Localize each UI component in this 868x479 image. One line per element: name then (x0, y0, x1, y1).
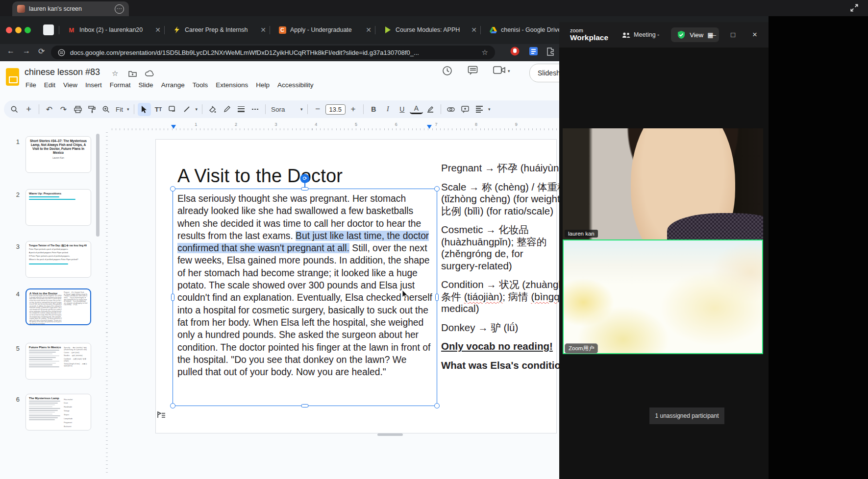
insert-comment-icon[interactable] (459, 103, 472, 116)
url-text[interactable]: docs.google.com/presentation/d/1SD5LBb9L… (70, 49, 477, 56)
resize-handle-top[interactable] (301, 187, 309, 191)
select-tool-icon[interactable] (138, 103, 151, 116)
paint-format-icon[interactable] (85, 103, 99, 116)
tab-close-icon[interactable]: ✕ (260, 26, 266, 34)
slide-thumbnail-3[interactable]: Tongue Twister of The Day: 绕口令 rao kou l… (25, 241, 91, 278)
print-icon[interactable] (71, 103, 84, 116)
tab-close-icon[interactable]: ✕ (155, 26, 161, 34)
fill-color-icon[interactable] (206, 103, 219, 116)
adblock-extension-icon[interactable] (510, 46, 520, 56)
meet-dropdown-icon[interactable]: ▾ (508, 69, 519, 79)
resize-handle-right[interactable] (435, 294, 439, 301)
story-text-body[interactable]: Elsa seriously thought she was pregnant.… (177, 192, 433, 378)
version-history-icon[interactable] (442, 66, 453, 76)
underline-icon[interactable]: U (396, 103, 409, 116)
border-weight-icon[interactable] (234, 103, 248, 116)
font-caret-icon[interactable]: ▾ (299, 107, 304, 112)
fit-caret-icon[interactable]: ▾ (126, 107, 130, 112)
slide-thumbnail-4[interactable]: A Visit to the DoctorElsa seriously thou… (25, 288, 91, 325)
bold-icon[interactable]: B (367, 103, 380, 116)
border-color-icon[interactable] (220, 103, 233, 116)
slide-thumbnail-2[interactable]: Warm Up: Prepositions (25, 189, 91, 226)
highlight-color-icon[interactable] (424, 103, 437, 116)
menu-file[interactable]: File (22, 80, 40, 90)
border-dash-icon[interactable] (248, 103, 262, 116)
italic-icon[interactable]: I (381, 103, 395, 116)
menu-edit[interactable]: Edit (40, 80, 59, 90)
right-indent-marker[interactable] (427, 125, 432, 129)
resize-handle-bottom[interactable] (301, 404, 309, 407)
collapse-view-icon[interactable] (849, 3, 859, 13)
insert-shape-icon[interactable] (166, 103, 179, 116)
meeting-tab[interactable]: Meeting - (622, 31, 659, 38)
undo-icon[interactable]: ↶ (43, 103, 56, 116)
tab-close-icon[interactable]: ✕ (471, 26, 477, 34)
extensions-puzzle-icon[interactable] (546, 47, 555, 56)
zoom-maximize-icon[interactable]: □ (731, 30, 735, 40)
slide-title[interactable]: A Visit to the Doctor (177, 166, 343, 187)
reload-icon[interactable]: ⟳ (38, 47, 45, 56)
pinned-tab[interactable] (43, 24, 54, 35)
participant-video-zoom-user[interactable] (563, 240, 763, 354)
zoom-close-icon[interactable]: × (752, 30, 757, 40)
canvas-horizontal-scrollbar[interactable] (377, 433, 403, 436)
bookmark-star-icon[interactable]: ☆ (482, 48, 488, 57)
slide-thumbnail-5[interactable]: Future Plans In MexicoSpecialty → 拿手 (ná… (25, 343, 91, 380)
menu-accessibility[interactable]: Accessibility (273, 80, 318, 90)
slide-thumbnail-6[interactable]: The Mysterious LampFlea marketDrumHandma… (25, 394, 91, 431)
menu-tools[interactable]: Tools (189, 80, 212, 90)
align-caret-icon[interactable]: ▾ (487, 107, 492, 112)
resize-handle-top-right[interactable] (434, 186, 440, 192)
slide-thumbnail-1[interactable]: Short Stories #34–37: The Mysterious Lam… (25, 136, 91, 173)
move-to-folder-icon[interactable] (128, 70, 137, 77)
insert-line-icon[interactable] (180, 103, 194, 116)
font-size-input[interactable]: 13.5 (325, 104, 346, 115)
menu-format[interactable]: Format (106, 80, 135, 90)
forward-icon[interactable]: → (23, 47, 30, 55)
menu-slide[interactable]: Slide (135, 80, 157, 90)
back-icon[interactable]: ← (7, 47, 15, 55)
url-bar[interactable]: docs.google.com/presentation/d/1SD5LBb9L… (51, 46, 495, 59)
text-box-icon[interactable]: TT (152, 103, 165, 116)
zoom-fit-dropdown[interactable]: Fit (114, 106, 125, 113)
filmstrip-scrollbar[interactable] (96, 134, 99, 237)
zoom-minimize-icon[interactable]: — (709, 30, 716, 40)
slide-canvas[interactable]: A Visit to the Doctor Elsa seriously tho… (156, 140, 556, 433)
decrease-font-size-icon[interactable]: − (311, 103, 324, 116)
unassigned-participant-status[interactable]: 1 unassigned participant (649, 407, 724, 424)
tab-options-ellipsis-icon[interactable]: ⋯ (115, 4, 124, 14)
browser-tab[interactable]: Career Prep & Internsh✕ (168, 21, 271, 39)
screen-share-tab[interactable]: lauren kan's screen ⋯ (12, 1, 129, 16)
document-title[interactable]: chinese lesson #83 (25, 67, 100, 77)
site-settings-icon[interactable] (58, 49, 65, 56)
tab-close-icon[interactable]: ✕ (366, 26, 372, 34)
text-color-icon[interactable]: A (410, 103, 423, 114)
zoom-in-icon[interactable] (99, 103, 113, 116)
redo-icon[interactable]: ↷ (57, 103, 70, 116)
increase-font-size-icon[interactable]: + (347, 103, 360, 116)
search-menus-icon[interactable] (8, 103, 21, 116)
align-icon[interactable] (473, 103, 486, 116)
resize-handle-left[interactable] (171, 294, 174, 301)
meet-camera-icon[interactable] (493, 66, 504, 76)
maximize-window-traffic-light[interactable] (25, 27, 31, 33)
blue-extension-icon[interactable] (528, 46, 539, 56)
close-window-traffic-light[interactable] (6, 27, 12, 33)
line-caret-icon[interactable]: ▾ (195, 107, 199, 112)
zoom-title-bar[interactable]: zoom Workplace Meeting - View ▦ — □ × (559, 22, 769, 48)
left-indent-marker[interactable] (171, 125, 176, 129)
menu-view[interactable]: View (59, 80, 81, 90)
resize-handle-bottom-right[interactable] (434, 403, 440, 408)
insert-link-icon[interactable] (445, 103, 458, 116)
slides-logo-icon[interactable] (6, 68, 19, 86)
minimize-window-traffic-light[interactable] (15, 27, 22, 33)
menu-help[interactable]: Help (252, 80, 273, 90)
menu-extensions[interactable]: Extensions (212, 80, 252, 90)
font-family-dropdown[interactable]: Sora (269, 106, 298, 113)
menu-insert[interactable]: Insert (81, 80, 106, 90)
resize-handle-bottom-left[interactable] (170, 403, 175, 408)
speaker-notes-icon[interactable] (157, 411, 166, 419)
menu-arrange[interactable]: Arrange (157, 80, 189, 90)
resize-handle-top-left[interactable] (170, 186, 175, 192)
star-document-icon[interactable]: ☆ (112, 69, 118, 78)
